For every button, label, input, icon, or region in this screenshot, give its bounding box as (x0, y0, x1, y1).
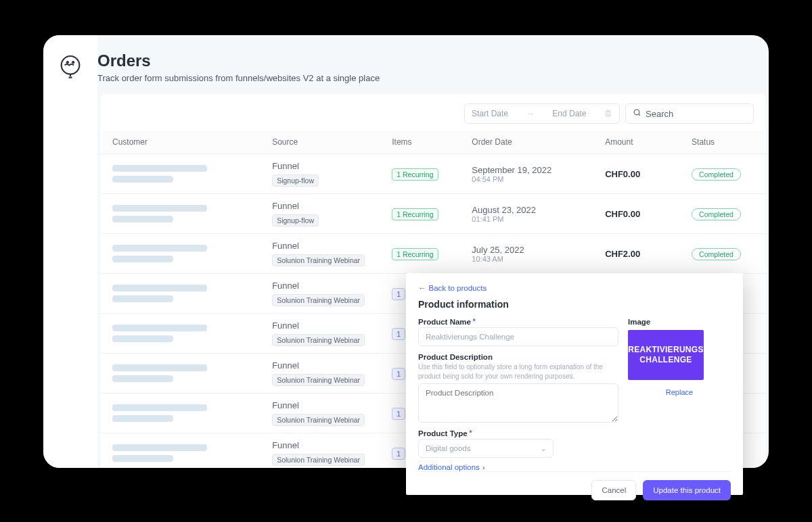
product-name-input[interactable] (418, 327, 618, 346)
order-date: July 25, 2022 (472, 245, 581, 255)
start-date-placeholder: Start Date (472, 109, 508, 118)
search-icon (633, 108, 641, 119)
status-badge: Completed (692, 248, 741, 260)
items-pill: 1 Recurring (392, 208, 438, 220)
update-product-button[interactable]: Update this product (643, 480, 731, 500)
items-pill: 1 (392, 288, 405, 300)
customer-redacted (112, 364, 248, 382)
svg-point-2 (72, 61, 74, 64)
col-source: Source (260, 130, 380, 154)
col-status: Status (679, 130, 766, 154)
page-header: Orders Track order form submissions from… (97, 35, 769, 94)
items-pill: 1 (392, 368, 405, 380)
sidebar (43, 35, 97, 468)
product-name-label: Product Name * (418, 318, 618, 326)
customer-redacted (112, 325, 248, 342)
source-type: Funnel (272, 321, 367, 331)
source-chip: Solunion Training Webinar (272, 374, 365, 386)
product-image-thumbnail[interactable]: REAKTIVIERUNGS CHALLENGE (628, 330, 704, 380)
search-placeholder: Search (646, 109, 673, 119)
filters-bar: Start Date → End Date 🗓 Search (100, 94, 766, 130)
source-chip: Solunion Training Webinar (272, 254, 365, 266)
customer-redacted (112, 165, 248, 183)
customer-redacted (112, 285, 248, 302)
col-orderdate: Order Date (459, 130, 593, 154)
replace-image-link[interactable]: Replace (628, 388, 731, 396)
source-type: Funnel (272, 440, 367, 450)
app-logo-icon (57, 53, 84, 80)
page-title: Orders (97, 51, 769, 70)
table-row[interactable]: FunnelSignup-flow1 RecurringAugust 23, 2… (100, 194, 766, 234)
table-row[interactable]: FunnelSolunion Training Webinar1 Recurri… (100, 234, 766, 274)
source-type: Funnel (272, 281, 367, 291)
order-amount: CHF0.00 (605, 209, 640, 219)
items-pill: 1 (392, 448, 405, 460)
svg-point-1 (66, 61, 69, 64)
source-chip: Signup-flow (272, 214, 319, 227)
order-date: August 23, 2022 (472, 205, 581, 215)
items-pill: 1 (392, 328, 405, 340)
source-chip: Solunion Training Webinar (272, 454, 365, 466)
end-date-placeholder: End Date (552, 109, 586, 118)
source-chip: Solunion Training Webinar (272, 294, 365, 306)
source-type: Funnel (272, 201, 367, 211)
order-time: 04:54 PM (472, 175, 581, 183)
order-amount: CHF2.00 (605, 249, 640, 259)
page-subtitle: Track order form submissions from funnel… (97, 73, 769, 83)
arrow-left-icon: ← (418, 284, 426, 292)
source-type: Funnel (272, 400, 367, 410)
back-to-products-link[interactable]: ← Back to products (418, 284, 731, 292)
table-row[interactable]: FunnelSignup-flow1 RecurringSeptember 19… (100, 154, 766, 194)
order-amount: CHF0.00 (605, 169, 640, 179)
chevron-down-icon: ⌄ (541, 445, 546, 452)
items-pill: 1 Recurring (392, 168, 438, 181)
chevron-right-icon: › (482, 463, 485, 471)
additional-options-link[interactable]: Additional options › (418, 463, 618, 471)
back-label: Back to products (429, 284, 487, 292)
date-range-input[interactable]: Start Date → End Date 🗓 (464, 103, 620, 124)
table-header-row: Customer Source Items Order Date Amount … (100, 130, 766, 154)
order-date: September 19, 2022 (472, 165, 581, 175)
source-chip: Solunion Training Webinar (272, 414, 365, 426)
source-type: Funnel (272, 161, 367, 171)
items-pill: 1 Recurring (392, 248, 438, 260)
customer-redacted (112, 404, 248, 422)
customer-redacted (112, 444, 248, 462)
col-items: Items (380, 130, 459, 154)
order-time: 10:43 AM (472, 255, 581, 263)
svg-point-3 (634, 110, 639, 115)
product-type-label: Product Type * (418, 429, 618, 437)
source-chip: Solunion Training Webinar (272, 334, 365, 346)
product-type-value: Digital goods (426, 444, 470, 452)
order-time: 01:41 PM (472, 215, 581, 223)
search-input[interactable]: Search (625, 103, 754, 124)
source-type: Funnel (272, 241, 367, 251)
image-label: Image (628, 318, 731, 326)
product-desc-label: Product Description (418, 353, 618, 361)
modal-title: Product information (418, 299, 731, 310)
arrow-right-icon: → (526, 109, 535, 118)
col-customer: Customer (100, 130, 260, 154)
status-badge: Completed (692, 208, 741, 220)
product-desc-input[interactable] (418, 383, 618, 423)
product-type-select[interactable]: Digital goods ⌄ (418, 439, 554, 458)
items-pill: 1 (392, 408, 405, 420)
customer-redacted (112, 245, 248, 262)
source-chip: Signup-flow (272, 174, 319, 187)
col-amount: Amount (593, 130, 679, 154)
product-modal: ← Back to products Product information P… (406, 273, 743, 495)
cancel-button[interactable]: Cancel (591, 480, 636, 500)
customer-redacted (112, 205, 248, 222)
source-type: Funnel (272, 360, 367, 371)
status-badge: Completed (692, 168, 741, 181)
modal-footer: Cancel Update this product (418, 471, 731, 510)
product-desc-hint: Use this field to optionally store a lon… (418, 362, 618, 381)
calendar-icon: 🗓 (604, 109, 612, 118)
